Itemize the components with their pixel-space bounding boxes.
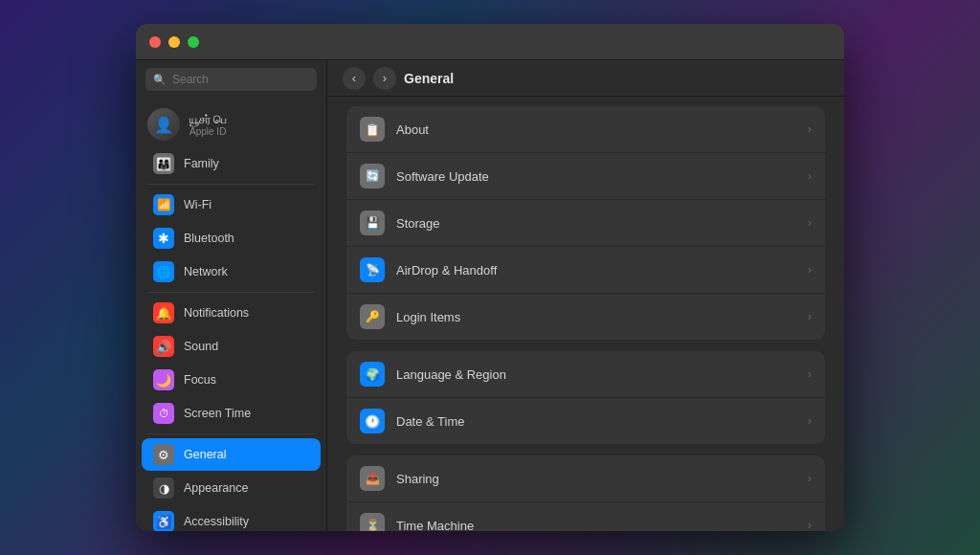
storage-icon: 💾 xyxy=(360,211,385,235)
forward-button[interactable]: › xyxy=(373,67,396,90)
time-machine-icon: ⏳ xyxy=(360,513,385,531)
date-time-icon: 🕐 xyxy=(360,409,385,433)
about-label: About xyxy=(396,122,796,137)
main-content: 📋 About › 🔄 Software Update › 💾 Storage … xyxy=(327,97,844,531)
airdrop-chevron: › xyxy=(808,263,812,277)
login-items-label: Login Items xyxy=(396,310,796,324)
airdrop-label: AirDrop & Handoff xyxy=(396,263,796,278)
settings-row-about[interactable]: 📋 About › xyxy=(346,106,825,153)
sidebar-label-screen-time: Screen Time xyxy=(184,407,251,420)
settings-row-time-machine[interactable]: ⏳ Time Machine › xyxy=(346,502,825,531)
sidebar-section-1: 👨‍👩‍👧 Family xyxy=(136,147,326,180)
search-icon: 🔍 xyxy=(153,74,167,86)
sidebar-item-focus[interactable]: 🌙 Focus xyxy=(142,364,321,396)
bluetooth-icon: ✱ xyxy=(153,228,174,249)
date-time-label: Date & Time xyxy=(396,414,796,429)
user-avatar: 👤 xyxy=(147,108,180,141)
sidebar-label-general: General xyxy=(184,448,226,461)
network-icon: 🌐 xyxy=(153,261,174,282)
sidebar-divider-1 xyxy=(147,184,315,185)
search-input[interactable] xyxy=(145,68,317,91)
settings-group-1: 📋 About › 🔄 Software Update › 💾 Storage … xyxy=(346,106,825,340)
settings-group-2: 🌍 Language & Region › 🕐 Date & Time › xyxy=(346,351,825,444)
search-container: 🔍 xyxy=(136,60,326,99)
sidebar-item-screen-time[interactable]: ⏱ Screen Time xyxy=(142,397,321,430)
about-icon: 📋 xyxy=(360,117,385,142)
focus-icon: 🌙 xyxy=(153,369,174,390)
notifications-icon: 🔔 xyxy=(153,302,174,323)
language-icon: 🌍 xyxy=(360,362,385,387)
storage-label: Storage xyxy=(396,216,796,231)
sidebar-item-general[interactable]: ⚙ General xyxy=(142,438,321,471)
sidebar-label-network: Network xyxy=(184,265,228,278)
main-panel: ‹ › General 📋 About › 🔄 Software Update … xyxy=(327,60,844,531)
sidebar-label-sound: Sound xyxy=(184,340,218,353)
sidebar-label-family: Family xyxy=(184,157,219,170)
sidebar-item-appearance[interactable]: ◑ Appearance xyxy=(142,472,321,504)
user-subtitle: Apple ID xyxy=(189,126,227,137)
maximize-button[interactable] xyxy=(188,36,199,48)
login-items-chevron: › xyxy=(808,310,812,323)
accessibility-icon: ♿ xyxy=(153,511,174,531)
sidebar-section-3: 🔔 Notifications 🔊 Sound 🌙 Focus ⏱ Screen… xyxy=(136,297,326,430)
time-machine-label: Time Machine xyxy=(396,519,796,532)
sound-icon: 🔊 xyxy=(153,336,174,357)
software-update-chevron: › xyxy=(808,169,812,183)
settings-row-sharing[interactable]: 📤 Sharing › xyxy=(346,455,825,502)
sidebar-scroll: 👤 யூசர் பெ Apple ID 👨‍👩‍👧 Family xyxy=(136,99,326,531)
sidebar-item-family[interactable]: 👨‍👩‍👧 Family xyxy=(142,147,321,180)
settings-row-date-time[interactable]: 🕐 Date & Time › xyxy=(346,398,825,444)
sidebar-item-sound[interactable]: 🔊 Sound xyxy=(142,330,321,363)
minimize-button[interactable] xyxy=(168,36,180,48)
settings-row-airdrop-handoff[interactable]: 📡 AirDrop & Handoff › xyxy=(346,247,825,294)
appearance-icon: ◑ xyxy=(153,477,174,499)
sidebar-label-bluetooth: Bluetooth xyxy=(184,232,234,245)
general-icon: ⚙ xyxy=(153,444,174,465)
airdrop-icon: 📡 xyxy=(360,257,385,282)
about-chevron: › xyxy=(808,122,812,136)
sidebar-label-focus: Focus xyxy=(184,373,216,387)
back-button[interactable]: ‹ xyxy=(343,67,366,90)
sidebar-section-4: ⚙ General ◑ Appearance ♿ Accessibility 🎛… xyxy=(136,438,326,531)
settings-group-3: 📤 Sharing › ⏳ Time Machine › 🔁 Transfer … xyxy=(346,455,825,531)
sidebar-item-wifi[interactable]: 📶 Wi-Fi xyxy=(142,189,321,221)
user-name: யூசர் பெ xyxy=(189,113,227,126)
settings-row-storage[interactable]: 💾 Storage › xyxy=(346,200,825,247)
family-icon: 👨‍👩‍👧 xyxy=(153,153,174,174)
sidebar-item-user[interactable]: 👤 யூசர் பெ Apple ID xyxy=(136,102,326,146)
system-preferences-window: 🔍 👤 யூசர் பெ Apple ID 👨‍👩‍👧 xyxy=(136,24,844,531)
sidebar-label-appearance: Appearance xyxy=(184,481,248,495)
sidebar-divider-2 xyxy=(147,292,315,293)
date-time-chevron: › xyxy=(808,414,812,428)
language-region-label: Language & Region xyxy=(396,367,796,382)
login-items-icon: 🔑 xyxy=(360,304,385,329)
settings-row-software-update[interactable]: 🔄 Software Update › xyxy=(346,153,825,200)
sidebar-label-notifications: Notifications xyxy=(184,306,249,320)
sidebar-section-2: 📶 Wi-Fi ✱ Bluetooth 🌐 Network xyxy=(136,189,326,288)
search-wrapper: 🔍 xyxy=(145,68,317,91)
settings-row-login-items[interactable]: 🔑 Login Items › xyxy=(346,294,825,340)
sidebar-divider-3 xyxy=(147,433,315,434)
sidebar-label-wifi: Wi-Fi xyxy=(184,198,212,211)
sharing-icon: 📤 xyxy=(360,466,385,491)
sidebar-item-notifications[interactable]: 🔔 Notifications xyxy=(142,297,321,329)
time-machine-chevron: › xyxy=(808,519,812,531)
page-title: General xyxy=(404,71,454,86)
sharing-label: Sharing xyxy=(396,472,796,486)
screen-time-icon: ⏱ xyxy=(153,403,174,424)
close-button[interactable] xyxy=(149,36,161,48)
sidebar: 🔍 👤 யூசர் பெ Apple ID 👨‍👩‍👧 xyxy=(136,60,327,531)
software-update-label: Software Update xyxy=(396,169,796,184)
user-info: யூசர் பெ Apple ID xyxy=(189,113,227,137)
wifi-icon: 📶 xyxy=(153,194,174,215)
storage-chevron: › xyxy=(808,216,812,230)
settings-row-language-region[interactable]: 🌍 Language & Region › xyxy=(346,351,825,398)
sharing-chevron: › xyxy=(808,472,812,485)
sidebar-label-accessibility: Accessibility xyxy=(184,515,249,528)
software-update-icon: 🔄 xyxy=(360,164,385,189)
main-header: ‹ › General xyxy=(327,60,844,97)
sidebar-item-accessibility[interactable]: ♿ Accessibility xyxy=(142,505,321,531)
sidebar-item-bluetooth[interactable]: ✱ Bluetooth xyxy=(142,222,321,255)
sidebar-item-network[interactable]: 🌐 Network xyxy=(142,255,321,288)
language-chevron: › xyxy=(808,367,812,381)
